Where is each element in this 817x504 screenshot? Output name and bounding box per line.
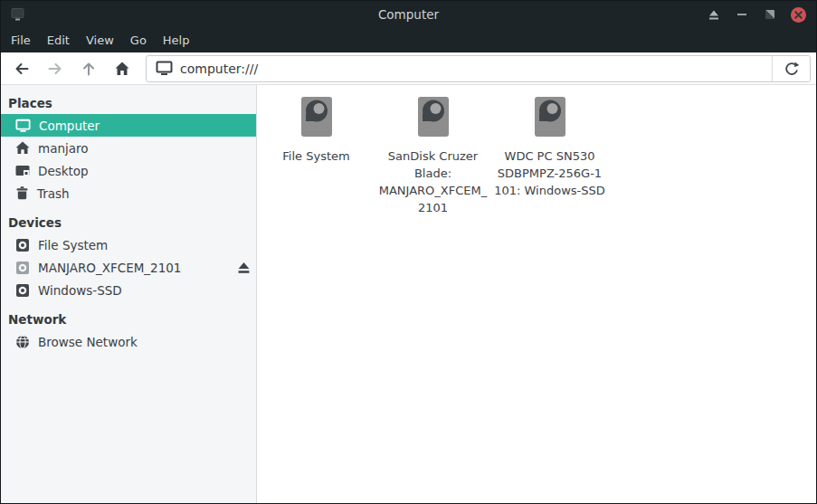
shade-button[interactable]	[704, 5, 724, 24]
menu-help[interactable]: Help	[155, 30, 198, 51]
file-label-line: File System	[282, 147, 349, 165]
drive-icon-light	[15, 261, 30, 275]
up-arrow-icon	[81, 61, 97, 77]
computer-location-icon	[156, 61, 173, 76]
eject-icon	[708, 9, 720, 21]
sidebar-item-label: MANJARO_XFCEM_2101	[38, 261, 181, 275]
sidebar-item-label: Desktop	[38, 164, 89, 178]
forward-arrow-icon	[47, 61, 63, 77]
sidebar-section-network: Network Browse Network	[1, 309, 256, 353]
file-label-line: SDBPMPZ-256G-1	[494, 165, 605, 182]
file-label-line: SanDisk Cruzer	[379, 147, 488, 165]
sidebar-item-desktop[interactable]: Desktop	[1, 159, 256, 182]
location-input[interactable]: computer:///	[147, 56, 772, 81]
file-manager-window: Computer	[0, 0, 817, 504]
minimize-icon	[737, 14, 746, 15]
minimize-button[interactable]	[732, 5, 752, 24]
globe-icon	[15, 335, 30, 349]
sidebar-header-network: Network	[1, 309, 256, 330]
back-button[interactable]	[8, 56, 35, 81]
menu-view[interactable]: View	[78, 30, 122, 51]
file-label-line: 101: Windows-SSD	[494, 182, 605, 199]
menubar: File Edit View Go Help	[1, 28, 816, 52]
maximize-icon	[765, 10, 774, 19]
file-item-sandisk-cruzer[interactable]: SanDisk Cruzer Blade: MANJARO_XFCEM_ 210…	[375, 95, 491, 216]
sidebar-item-windows-ssd[interactable]: Windows-SSD	[1, 279, 256, 301]
home-icon	[114, 61, 130, 77]
harddisk-icon	[528, 95, 572, 142]
eject-icon	[237, 262, 251, 274]
computer-icon	[15, 119, 31, 133]
sidebar-header-devices: Devices	[1, 212, 256, 233]
reload-icon	[784, 61, 800, 77]
desktop-icon	[15, 164, 30, 177]
sidebar-header-places: Places	[1, 92, 256, 114]
sidebar-item-label: manjaro	[38, 141, 89, 156]
file-label-line: 2101	[379, 199, 488, 216]
file-label-line: Blade:	[379, 165, 488, 182]
close-button[interactable]	[788, 5, 808, 24]
sidebar-item-label: Trash	[37, 186, 70, 201]
file-label-line: MANJARO_XFCEM_	[379, 182, 488, 199]
drive-icon	[15, 238, 30, 252]
sidebar-item-label: Windows-SSD	[38, 283, 122, 298]
eject-button[interactable]	[237, 262, 251, 274]
file-view: File System SanDisk Cruzer Blade: MANJAR…	[258, 85, 816, 503]
window-title: Computer	[1, 7, 816, 22]
maximize-button[interactable]	[760, 5, 780, 24]
file-label-line: WDC PC SN530	[494, 147, 605, 165]
harddisk-icon	[412, 95, 455, 142]
back-arrow-icon	[14, 61, 30, 77]
drive-icon	[15, 283, 30, 298]
file-item-file-system[interactable]: File System	[258, 95, 375, 165]
toolbar: computer:///	[1, 52, 816, 85]
reload-button[interactable]	[772, 56, 810, 81]
sidebar: Places Computer manjaro	[1, 85, 257, 503]
location-value: computer:///	[180, 62, 258, 76]
sidebar-item-label: Computer	[39, 119, 100, 133]
menu-go[interactable]: Go	[122, 30, 155, 51]
forward-button[interactable]	[42, 56, 69, 81]
sidebar-item-computer[interactable]: Computer	[1, 114, 256, 137]
menu-edit[interactable]: Edit	[39, 30, 78, 51]
sidebar-item-file-system[interactable]: File System	[1, 233, 256, 256]
sidebar-section-places: Places Computer manjaro	[1, 92, 256, 204]
sidebar-item-trash[interactable]: Trash	[1, 182, 256, 204]
titlebar[interactable]: Computer	[1, 1, 816, 28]
harddisk-icon	[295, 95, 338, 142]
close-icon	[791, 7, 806, 23]
sidebar-section-devices: Devices File System	[1, 212, 256, 301]
sidebar-item-manjaro[interactable]: manjaro	[1, 137, 256, 159]
sidebar-item-browse-network[interactable]: Browse Network	[1, 330, 256, 353]
sidebar-item-label: Browse Network	[38, 335, 138, 349]
computer-app-icon	[10, 7, 25, 22]
trash-icon	[15, 186, 29, 200]
sidebar-item-manjaro-xfcem-2101[interactable]: MANJARO_XFCEM_2101	[1, 256, 256, 279]
location-bar: computer:///	[146, 55, 811, 82]
up-button[interactable]	[75, 56, 102, 81]
file-item-wdc-ssd[interactable]: WDC PC SN530 SDBPMPZ-256G-1 101: Windows…	[491, 95, 608, 199]
sidebar-item-label: File System	[38, 238, 108, 252]
menu-file[interactable]: File	[3, 30, 39, 51]
home-button[interactable]	[109, 56, 136, 81]
home-icon	[15, 141, 30, 155]
